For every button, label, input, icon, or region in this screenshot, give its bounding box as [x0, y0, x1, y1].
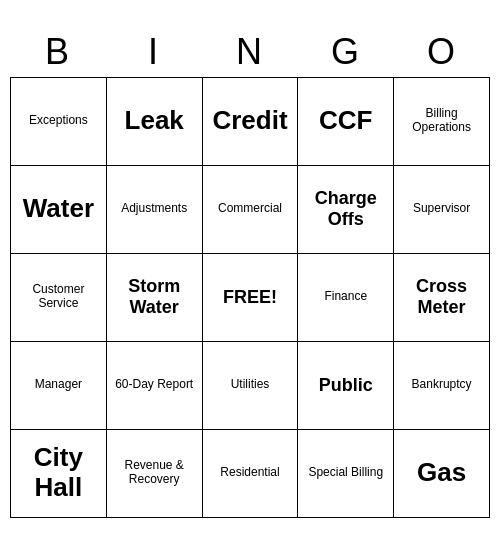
- cell-r2-c2: FREE!: [203, 254, 299, 342]
- cell-text-r3-c1: 60-Day Report: [115, 378, 193, 392]
- cell-text-r3-c4: Bankruptcy: [412, 378, 472, 392]
- cell-r2-c4: Cross Meter: [394, 254, 490, 342]
- header-letter-I: I: [106, 27, 202, 77]
- cell-r4-c1: Revenue & Recovery: [107, 430, 203, 518]
- cell-r1-c3: Charge Offs: [298, 166, 394, 254]
- cell-text-r0-c4: Billing Operations: [397, 107, 486, 135]
- bingo-header: BINGO: [10, 27, 490, 77]
- cell-text-r1-c4: Supervisor: [413, 202, 470, 216]
- cell-text-r4-c4: Gas: [417, 458, 466, 488]
- bingo-grid: ExceptionsLeakCreditCCFBilling Operation…: [10, 77, 490, 518]
- cell-text-r1-c0: Water: [23, 194, 94, 224]
- cell-r3-c1: 60-Day Report: [107, 342, 203, 430]
- cell-text-r4-c2: Residential: [220, 466, 279, 480]
- cell-r4-c0: City Hall: [11, 430, 107, 518]
- header-letter-G: G: [298, 27, 394, 77]
- cell-r3-c3: Public: [298, 342, 394, 430]
- cell-r4-c4: Gas: [394, 430, 490, 518]
- cell-text-r4-c1: Revenue & Recovery: [110, 459, 199, 487]
- cell-r0-c3: CCF: [298, 78, 394, 166]
- cell-r0-c4: Billing Operations: [394, 78, 490, 166]
- header-letter-B: B: [10, 27, 106, 77]
- cell-r3-c0: Manager: [11, 342, 107, 430]
- cell-r2-c1: Storm Water: [107, 254, 203, 342]
- cell-text-r3-c2: Utilities: [231, 378, 270, 392]
- cell-r1-c2: Commercial: [203, 166, 299, 254]
- cell-text-r0-c3: CCF: [319, 106, 372, 136]
- cell-text-r2-c0: Customer Service: [14, 283, 103, 311]
- cell-r3-c4: Bankruptcy: [394, 342, 490, 430]
- cell-text-r1-c3: Charge Offs: [301, 188, 390, 229]
- cell-r0-c1: Leak: [107, 78, 203, 166]
- cell-r0-c0: Exceptions: [11, 78, 107, 166]
- cell-r0-c2: Credit: [203, 78, 299, 166]
- cell-r2-c0: Customer Service: [11, 254, 107, 342]
- bingo-card: BINGO ExceptionsLeakCreditCCFBilling Ope…: [10, 27, 490, 518]
- cell-r1-c1: Adjustments: [107, 166, 203, 254]
- cell-text-r3-c3: Public: [319, 375, 373, 396]
- cell-text-r2-c3: Finance: [324, 290, 367, 304]
- cell-r4-c2: Residential: [203, 430, 299, 518]
- cell-text-r2-c2: FREE!: [223, 287, 277, 308]
- header-letter-O: O: [394, 27, 490, 77]
- cell-r2-c3: Finance: [298, 254, 394, 342]
- cell-text-r0-c0: Exceptions: [29, 114, 88, 128]
- cell-text-r1-c1: Adjustments: [121, 202, 187, 216]
- cell-r3-c2: Utilities: [203, 342, 299, 430]
- cell-text-r4-c0: City Hall: [14, 443, 103, 503]
- cell-text-r2-c4: Cross Meter: [397, 276, 486, 317]
- cell-text-r4-c3: Special Billing: [308, 466, 383, 480]
- cell-r1-c0: Water: [11, 166, 107, 254]
- cell-text-r2-c1: Storm Water: [110, 276, 199, 317]
- cell-text-r1-c2: Commercial: [218, 202, 282, 216]
- cell-text-r0-c1: Leak: [125, 106, 184, 136]
- cell-text-r0-c2: Credit: [212, 106, 287, 136]
- cell-text-r3-c0: Manager: [35, 378, 82, 392]
- cell-r1-c4: Supervisor: [394, 166, 490, 254]
- cell-r4-c3: Special Billing: [298, 430, 394, 518]
- header-letter-N: N: [202, 27, 298, 77]
